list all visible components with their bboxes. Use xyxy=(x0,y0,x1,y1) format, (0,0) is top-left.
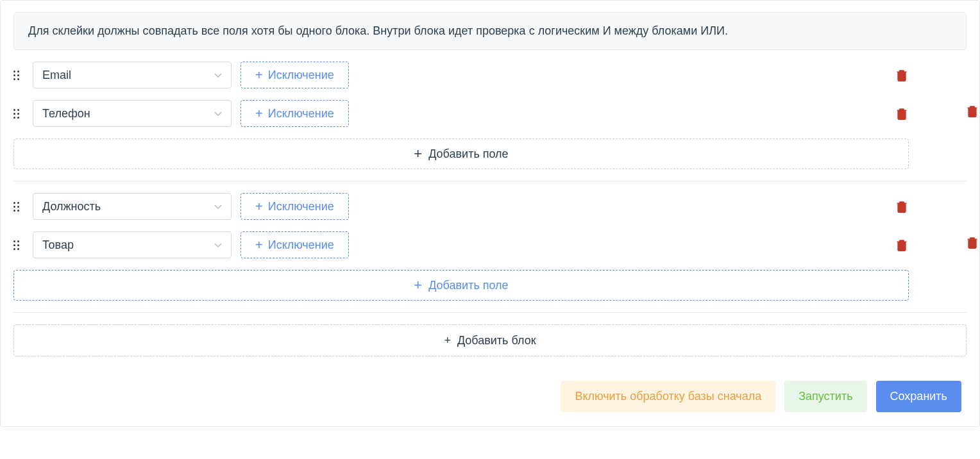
plus-icon: + xyxy=(255,199,263,214)
run-button[interactable]: Запустить xyxy=(784,381,866,412)
field-value: Товар xyxy=(42,238,74,252)
add-exception-button[interactable]: + Исключение xyxy=(241,62,349,88)
run-label: Запустить xyxy=(798,390,852,403)
chevron-down-icon xyxy=(214,241,222,249)
plus-icon: + xyxy=(255,238,263,253)
reset-label: Включить обработку базы сначала xyxy=(575,390,761,403)
chevron-down-icon xyxy=(214,71,222,79)
block-1: Email + Исключение xyxy=(1,62,979,169)
add-exception-button[interactable]: + Исключение xyxy=(241,231,349,258)
add-field-button[interactable]: + Добавить поле xyxy=(13,138,909,169)
add-field-button[interactable]: + Добавить поле xyxy=(13,270,909,301)
plus-icon: + xyxy=(255,68,263,83)
exception-label: Исключение xyxy=(268,238,334,252)
exception-label: Исключение xyxy=(268,200,334,213)
add-exception-button[interactable]: + Исключение xyxy=(241,193,349,220)
trash-icon xyxy=(896,107,908,120)
delete-field-button[interactable] xyxy=(895,106,909,121)
trash-icon xyxy=(896,200,908,213)
add-field-label: Добавить поле xyxy=(428,147,508,161)
delete-block-button[interactable] xyxy=(965,104,979,118)
info-text: Для склейки должны совпадать все поля хо… xyxy=(28,24,728,37)
block-2: Должность + Исключение xyxy=(1,193,979,301)
chevron-down-icon xyxy=(214,203,222,210)
field-value: Email xyxy=(42,69,71,82)
block-2-fields: Должность + Исключение xyxy=(13,193,967,301)
plus-icon: + xyxy=(414,277,422,294)
exception-label: Исключение xyxy=(268,69,334,82)
add-exception-button[interactable]: + Исключение xyxy=(241,100,349,127)
field-row: Телефон + Исключение xyxy=(13,100,909,127)
drag-handle-icon[interactable] xyxy=(13,240,24,250)
drag-handle-icon[interactable] xyxy=(13,109,24,119)
field-select[interactable]: Должность xyxy=(33,193,232,220)
block-divider xyxy=(13,181,967,181)
field-select[interactable]: Телефон xyxy=(33,100,232,127)
save-label: Сохранить xyxy=(890,390,947,403)
exception-label: Исключение xyxy=(268,107,334,121)
add-block-label: Добавить блок xyxy=(457,334,536,347)
field-row: Email + Исключение xyxy=(13,62,909,88)
chevron-down-icon xyxy=(214,110,222,117)
delete-field-button[interactable] xyxy=(895,68,909,82)
save-button[interactable]: Сохранить xyxy=(876,381,961,412)
trash-icon xyxy=(896,238,908,251)
delete-block-button[interactable] xyxy=(965,235,979,249)
block-1-fields: Email + Исключение xyxy=(13,62,967,169)
delete-field-button[interactable] xyxy=(895,238,909,252)
drag-handle-icon[interactable] xyxy=(13,202,24,212)
field-value: Должность xyxy=(42,200,101,213)
block-divider xyxy=(13,312,967,313)
field-value: Телефон xyxy=(42,107,90,121)
field-select[interactable]: Товар xyxy=(33,231,232,258)
delete-field-button[interactable] xyxy=(895,199,909,213)
drag-handle-icon[interactable] xyxy=(13,71,24,80)
footer-actions: Включить обработку базы сначала Запустит… xyxy=(1,369,979,426)
trash-icon xyxy=(896,69,908,81)
reset-processing-button[interactable]: Включить обработку базы сначала xyxy=(561,381,775,412)
add-block-button[interactable]: + Добавить блок xyxy=(13,324,967,356)
plus-icon: + xyxy=(414,146,422,162)
field-row: Должность + Исключение xyxy=(13,193,909,220)
add-field-label: Добавить поле xyxy=(428,279,508,292)
trash-icon xyxy=(967,104,978,117)
plus-icon: + xyxy=(444,334,451,347)
trash-icon xyxy=(967,236,978,249)
main-container: Для склейки должны совпадать все поля хо… xyxy=(0,0,980,427)
plus-icon: + xyxy=(255,106,263,121)
info-banner: Для склейки должны совпадать все поля хо… xyxy=(13,12,967,50)
field-select[interactable]: Email xyxy=(33,62,232,88)
field-row: Товар + Исключение xyxy=(13,231,909,258)
